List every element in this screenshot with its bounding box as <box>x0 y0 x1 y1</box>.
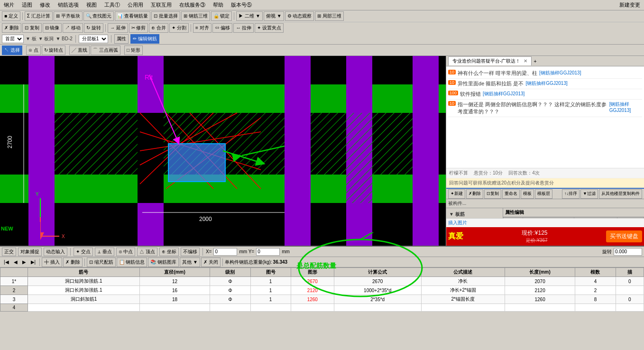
menu-item-version[interactable]: 版本号⑤ <box>229 1 254 9</box>
lock-btn[interactable]: 🔒 锁定 <box>211 11 232 21</box>
scale-rebar-btn[interactable]: ⊡ 缩尺配筋 <box>87 258 116 267</box>
rotate-btn-tb[interactable]: ↻ 旋转 <box>84 23 103 33</box>
select-tool-btn[interactable]: ↖ 选择 <box>2 46 22 55</box>
prop-templatelayer-btn[interactable]: 模板层 <box>535 189 552 199</box>
intersect-btn[interactable]: ✦ 交点 <box>74 248 93 256</box>
prop-copy-from-btn[interactable]: 从其他楼层复制构件 <box>599 189 642 199</box>
insert-rebar-btn[interactable]: ╋ 插入 <box>42 258 62 267</box>
dynamic-btn[interactable]: ⚙ 动态观察 <box>285 11 314 21</box>
snap-btn[interactable]: 对象捕捉 <box>18 248 42 256</box>
midpoint-btn[interactable]: ⊙ 中点 <box>116 248 136 256</box>
orthogonal-btn[interactable]: 正交 <box>2 248 16 256</box>
arc-tool-btn[interactable]: ⌒ 三点画弧 <box>91 46 120 55</box>
row-len-3: 1260 <box>505 295 575 304</box>
copy-btn[interactable]: ⊡ 复制 <box>22 23 42 33</box>
question-item-4[interactable]: 10 指一侧还是 两侧全部的钢筋信息啊？？？ 这样定义的钢筋长度参考度通常的？？… <box>448 100 642 117</box>
question-item-2[interactable]: 10 异性里面de 箍筋和拉筋 是不 [钢筋抽样GGJ2013] <box>448 79 642 89</box>
offset-btn[interactable]: ⇔ 偏移 <box>212 23 233 33</box>
menu-item-internet[interactable]: 互联互用 <box>149 1 174 9</box>
nav-prev-btn[interactable]: ◀ <box>12 259 19 265</box>
row-fig-3: 1 <box>250 295 291 304</box>
rect-tool-btn[interactable]: □ 矩形 <box>124 46 143 55</box>
insert-pic-link[interactable]: 插入图片 <box>446 218 644 227</box>
coord-y-input[interactable] <box>256 248 280 256</box>
question-content[interactable]: 10 神有什么个一样 咁半常用的梁、柱 [钢筋抽样GGJ2013] 10 异性里… <box>446 66 644 168</box>
svg-text:Y: Y <box>36 192 39 197</box>
trim-btn[interactable]: ✂ 修剪 <box>129 23 148 33</box>
canvas-area[interactable]: 2700 2000 X Y <box>0 56 446 246</box>
mirror-btn[interactable]: ⊟ 镜像 <box>43 23 62 33</box>
merge-btn[interactable]: ⊕ 合并 <box>149 23 168 33</box>
prop-delete-btn[interactable]: ✗删除 <box>466 189 483 199</box>
menu-item-online[interactable]: 在线服务③ <box>177 1 207 9</box>
rotate-input[interactable] <box>614 248 642 256</box>
layer-select[interactable]: 首层 <box>2 35 24 43</box>
delete-btn[interactable]: ✗ 删除 <box>2 23 21 33</box>
toolbar-row-2: ✗ 删除 ⊡ 复制 ⊟ 镜像 ↗ 移动 ↻ 旋转 → 延伸 ✂ 修剪 ⊕ 合并 … <box>0 22 644 33</box>
nav-last-btn[interactable]: ▶| <box>29 259 38 265</box>
rebar-info-btn[interactable]: 📋 钢筋信息 <box>117 258 147 267</box>
dynamic-input-btn[interactable]: 动态输入 <box>44 248 67 256</box>
tab-close-btn[interactable]: ✕ <box>524 58 527 64</box>
calc-btn[interactable]: Σ 汇总计算 <box>25 11 53 21</box>
row-shape-2: 2120 <box>291 286 334 295</box>
tab-add-btn[interactable]: + <box>534 58 536 64</box>
close-btn[interactable]: ✗ 关闭 <box>201 258 221 267</box>
menu-item-help[interactable]: 帮助 <box>211 1 225 9</box>
view-btn[interactable]: 俯视 ▼ <box>264 11 284 21</box>
question-item-3[interactable]: 100 软件报错 [钢筋抽样GGJ2013] <box>448 89 642 100</box>
prop-template-btn[interactable]: 模板 <box>521 189 534 199</box>
local3d-btn[interactable]: ⊞ 局部三维 <box>315 11 344 21</box>
menu-item-public[interactable]: 公用用 <box>126 1 145 9</box>
toppoint-btn[interactable]: △ 顶点 <box>137 248 157 256</box>
menu-item-shitu[interactable]: 适图 <box>20 1 34 9</box>
nav-next-btn[interactable]: ▶ <box>20 259 28 265</box>
row-desc-3: 2*锚固长度 <box>421 295 505 304</box>
question-tab[interactable]: 专业造价问题答疑平台-广联达！ ✕ <box>448 56 532 65</box>
ad-banner[interactable]: 真爱 现价:¥125 定价:¥367 买书送键盘 <box>446 227 644 246</box>
move-btn[interactable]: ↗ 移动 <box>63 23 83 33</box>
flush-btn[interactable]: ⊞ 平齐板块 <box>54 11 83 21</box>
stretch-btn[interactable]: ↔ 拉伸 <box>233 23 254 33</box>
menu-item-view[interactable]: 视图 <box>84 1 99 9</box>
point-tool-btn[interactable]: ⊙ 点 <box>26 46 41 55</box>
attribute-btn[interactable]: 属性 <box>114 34 129 44</box>
menu-item-tools[interactable]: 工具① <box>102 1 122 9</box>
question-item-1[interactable]: 10 神有什么个一样 咁半常用的梁、柱 [钢筋抽样GGJ2013] <box>448 68 642 79</box>
main-content: 2700 2000 X Y <box>0 56 644 246</box>
batch-select-btn[interactable]: ⊡ 批量选择 <box>151 11 180 21</box>
view-rebar-btn[interactable]: 📊 查看钢筋量 <box>115 11 150 21</box>
coord-btn[interactable]: ⊕ 坐标 <box>159 248 179 256</box>
define-btn[interactable]: ■ 定义 <box>2 11 20 21</box>
sublayer-select[interactable]: 分层板1 <box>79 35 108 43</box>
prop-new-btn[interactable]: ✦新建 <box>448 189 465 199</box>
align-btn[interactable]: ≡ 对齐 <box>193 23 212 33</box>
rebar-lib-btn[interactable]: 📚 钢筋图库 <box>148 258 179 267</box>
prop-copy-btn[interactable]: ⊡复制 <box>484 189 501 199</box>
coord-x-input[interactable] <box>213 248 237 256</box>
ad-cta[interactable]: 买书送键盘 <box>606 230 642 242</box>
2d-btn[interactable]: ▶ 二维 ▼ <box>236 11 262 21</box>
prop-filter-btn[interactable]: ▼过滤 <box>580 189 598 199</box>
delete-rebar-btn[interactable]: ✗ 删除 <box>63 258 83 267</box>
extend-btn[interactable]: → 延伸 <box>108 23 128 33</box>
rotpoint-tool-btn[interactable]: ↻ 旋转点 <box>42 46 66 55</box>
line-tool-btn[interactable]: ╱ 直线 <box>69 46 90 55</box>
perpendicular-btn[interactable]: ⊥ 垂点 <box>95 248 114 256</box>
prop-sort-btn[interactable]: ↑↓排序 <box>562 189 580 199</box>
menu-item-xuanjin[interactable]: 销筋选项 <box>56 1 81 9</box>
row-fig-1: 1 <box>250 277 291 286</box>
menu-item-new-change[interactable]: 新建变更 <box>617 1 642 9</box>
menu-item-xiugai[interactable]: 修改 <box>38 1 52 9</box>
nav-first-btn[interactable]: |◀ <box>2 259 11 265</box>
data-table-wrap[interactable]: 筋号 直径(mm) 级别 图号 图形 计算公式 公式描述 长度(mm) 根数 描 <box>0 267 644 350</box>
other-btn[interactable]: 其他 ▼ <box>180 258 200 267</box>
edit-rebar-btn[interactable]: ✏ 编辑钢筋 <box>130 34 159 44</box>
setpoint-btn[interactable]: ✦ 设置夹点 <box>255 23 284 33</box>
menu-item-ganpian[interactable]: 钢片 <box>2 1 16 9</box>
nosnap-btn[interactable]: 不编移 <box>181 248 200 256</box>
prop-rename-btn[interactable]: 重命名 <box>502 189 520 199</box>
rebar3d-btn[interactable]: ⊞ 钢筋三维 <box>181 11 210 21</box>
split-btn[interactable]: ✦ 分割 <box>169 23 189 33</box>
find-btn[interactable]: 🔍 查找图元 <box>83 11 114 21</box>
